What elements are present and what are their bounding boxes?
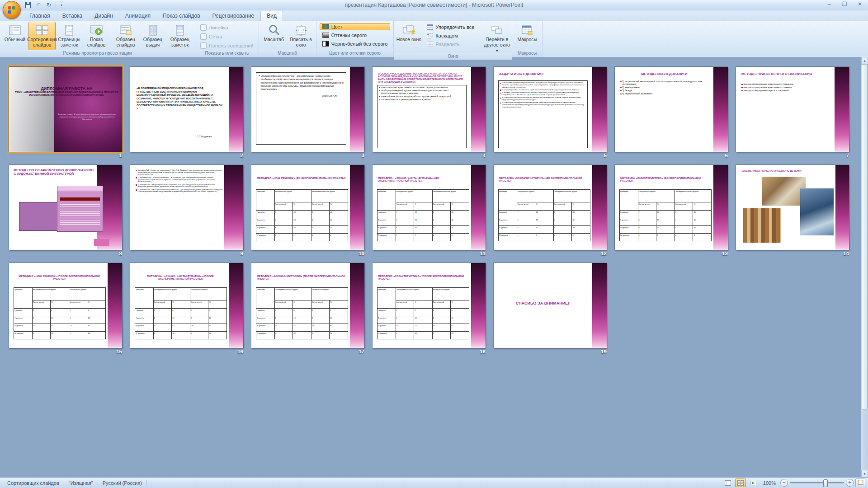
- color-mode-button[interactable]: Цвет: [320, 23, 391, 30]
- slide-thumbnail-16[interactable]: МЕТОДИКА - «СКАЖИ, КАК ТЫ ДУМАЕШЬ» (ПОСЛ…: [130, 263, 243, 348]
- handout-master-button[interactable]: Образец выдач: [139, 22, 166, 50]
- theme-gradient-band: [350, 165, 364, 250]
- slide-thumbnail-18[interactable]: МЕТОДИКА «ХАРАКТЕРИСТИКА» (ПОСЛЕ ЭКСПЕРИ…: [373, 263, 486, 348]
- slide-thumbnail-12[interactable]: МЕТОДИКА «ЗАКОНЧИ ИСТОРИЮ» (ДО ЭКСПЕРИМЕ…: [494, 165, 607, 250]
- black-white-button[interactable]: Черно-белый без серого: [320, 40, 391, 47]
- zoom-button[interactable]: Масштаб: [260, 22, 288, 50]
- theme-gradient-band: [835, 165, 849, 250]
- scrollbar-thumb[interactable]: [862, 64, 868, 410]
- theme-gradient-band: [350, 263, 364, 348]
- scroll-down-icon[interactable]: ▼: [861, 470, 868, 478]
- switch-windows-button[interactable]: Перейти в другое окно ▾: [483, 22, 510, 53]
- tab-design[interactable]: Дизайн: [89, 11, 118, 21]
- office-button[interactable]: [3, 1, 21, 19]
- bullet-marker-icon: [741, 90, 743, 92]
- scroll-up-icon[interactable]: ▲: [861, 57, 868, 65]
- bullet-marker-icon: [500, 93, 501, 94]
- slide-thumbnail-13[interactable]: МЕТОДИКА «ХАРАКТЕРИСТИКА» (ДО ЭКСПЕРИМЕН…: [615, 165, 728, 250]
- ruler-checkbox[interactable]: Линейка: [200, 24, 254, 31]
- tab-view[interactable]: Вид: [260, 11, 283, 21]
- undo-button[interactable]: ↶: [34, 1, 43, 9]
- grayscale-button[interactable]: Оттенки серого: [320, 32, 391, 39]
- redo-button[interactable]: ↻: [44, 1, 53, 9]
- quick-access-toolbar: ↶ ↻ ▾: [24, 0, 62, 9]
- slide-thumbnail-7[interactable]: МЕТОДЫ НРАВСТВЕННОГО ВОСПИТАНИЯ-методы ф…: [736, 67, 849, 152]
- theme-status[interactable]: "Изящная": [64, 480, 98, 486]
- save-button[interactable]: [24, 1, 33, 9]
- bullet-list: -методы формирования нравственного повед…: [741, 83, 828, 93]
- status-slideshow-button[interactable]: [748, 479, 759, 487]
- normal-view-icon: [9, 23, 21, 37]
- slide-thumbnail-19[interactable]: СПАСИБО ЗА ВНИМАНИЕ!: [494, 263, 607, 348]
- zoom-in-button[interactable]: +: [846, 479, 854, 487]
- zoom-out-button[interactable]: −: [780, 479, 788, 487]
- bullet-marker-icon: [620, 94, 622, 95]
- tab-review[interactable]: Рецензирование: [207, 11, 260, 21]
- ribbon-group-zoom: Масштаб Вписать в окно Масштаб: [259, 21, 316, 57]
- slide-thumbnail-2[interactable]: «В СОВРЕМЕННОЙ ПЕДАГОГИЧЕСКОЙ НАУКЕ ПОД …: [130, 67, 243, 152]
- slide-sorter-button[interactable]: Сортировщик слайдов: [28, 22, 56, 50]
- close-button[interactable]: ✕: [855, 1, 864, 7]
- cascade-icon: [427, 33, 433, 38]
- slide-thumbnail-9[interactable]: Методика №1 «Скажи, как ты думаешь?» (ав…: [130, 165, 243, 250]
- slide-thumbnail-3[interactable]: «Художественная литература - специфическ…: [251, 67, 364, 152]
- status-separator: [146, 480, 147, 486]
- tab-slideshow[interactable]: Показ слайдов: [157, 11, 206, 21]
- status-slide-sorter-button[interactable]: [735, 479, 746, 487]
- group-label: Масштаб: [259, 50, 316, 57]
- grid-checkbox[interactable]: Сетка: [200, 33, 254, 40]
- slide-title: МЕТОДИКА «НАШ РЕБЁНОК» (ДО ЭКСПЕРИМЕНТАЛ…: [257, 177, 346, 179]
- notes-master-button[interactable]: Образец заметок: [166, 22, 193, 50]
- slide-thumbnail-4[interactable]: В ОСНОВУ ИССЛЕДОВАНИЯ ПОЛОЖЕНА ГИПОТЕЗА,…: [373, 67, 486, 152]
- slide-sorter-canvas[interactable]: ДИПЛОМНАЯ РАБОТА НАТЕМУ: «НРАВСТВЕННОЕ В…: [0, 57, 868, 478]
- fit-slide-button[interactable]: [855, 479, 865, 487]
- slide-title: ЭКСПЕРИМЕНТАЛЬНАЯ РАБОТА С ДЕТЬМИ: [742, 169, 833, 173]
- slideshow-view-button[interactable]: Показ слайдов: [83, 22, 110, 50]
- slide-thumbnail-11[interactable]: МЕТОДИКА - «СКАЖИ, КАК ТЫ ДУМАЕШЬ» (ДО Э…: [373, 165, 486, 250]
- bullet-text: -учет специфики нравственного воспитания…: [381, 86, 448, 89]
- vertical-scrollbar[interactable]: ▲ ▼: [861, 57, 868, 478]
- bullet-text: 1.На основе психолого-педагогической и м…: [502, 82, 586, 88]
- zoom-slider-thumb[interactable]: [823, 479, 828, 487]
- slide-number: 6: [615, 153, 728, 158]
- slide-thumbnail-8[interactable]: МЕТОДЫ ПО ОЗНАКОМЛЕНИЮ ДОШКОЛЬНИКОВ С ХУ…: [9, 165, 122, 250]
- theme-gradient-band: [713, 165, 728, 250]
- slide-title: МЕТОДЫ НРАВСТВЕННОГО ВОСПИТАНИЯ: [741, 72, 829, 76]
- minimize-button[interactable]: ‒: [825, 1, 834, 7]
- notes-page-button[interactable]: Страницы заметок: [56, 22, 83, 50]
- arrange-all-button[interactable]: Упорядочить все: [424, 23, 477, 31]
- cascade-button[interactable]: Каскадом: [424, 32, 477, 39]
- slide-thumbnail-6[interactable]: МЕТОДЫ ИССЛЕДОВАНИЯ:1) теоретический ана…: [615, 67, 728, 152]
- slide-thumbnail-5[interactable]: ЗАДАЧИ ИССЛЕДОВАНИЯ:1.На основе психолог…: [494, 67, 607, 152]
- slide-master-button[interactable]: Образец слайдов: [112, 22, 139, 50]
- new-window-button[interactable]: Новое окно: [395, 22, 422, 53]
- tab-animation[interactable]: Анимация: [119, 11, 156, 21]
- split-button[interactable]: Разделить: [424, 41, 477, 48]
- slide-thumbnail-15[interactable]: МЕТОДИКА «НАШ РЕБЁНОК» (ПОСЛЕ ЭКСПЕРИМЕН…: [9, 263, 122, 348]
- zoom-slider[interactable]: [790, 482, 844, 483]
- bullet-item: -разнообразие форм и методов работы с ху…: [379, 95, 465, 98]
- slide-thumbnail-14[interactable]: ЭКСПЕРИМЕНТАЛЬНАЯ РАБОТА С ДЕТЬМИ: [736, 165, 849, 250]
- slide-thumbnail-10[interactable]: МЕТОДИКА «НАШ РЕБЁНОК» (ДО ЭКСПЕРИМЕНТАЛ…: [251, 165, 364, 250]
- bullet-marker-icon: [379, 87, 380, 89]
- language-status[interactable]: Русский (Россия): [98, 480, 146, 486]
- normal-view-button[interactable]: Обычный: [1, 22, 28, 50]
- slide-number: 9: [130, 251, 243, 256]
- message-bar-checkbox[interactable]: Панель сообщений: [200, 42, 254, 49]
- qat-dropdown-icon[interactable]: ▾: [61, 3, 62, 7]
- bullet-text: Методика №1 «Скажи, как ты думаешь?» (ав…: [138, 169, 223, 176]
- slide-thumbnail-17[interactable]: МЕТОДИКА «ЗАКОНЧИ ИСТОРИЮ» (ПОСЛЕ ЭКСПЕР…: [251, 263, 364, 348]
- tab-home[interactable]: Главная: [24, 11, 56, 21]
- bullet-item: Методика №1 «Скажи, как ты думаешь?» (ав…: [136, 169, 222, 176]
- zoom-level[interactable]: 100%: [760, 480, 778, 486]
- view-mode-status[interactable]: Сортировщик слайдов: [3, 480, 64, 486]
- bullet-text: 2.Охарактеризовать особенности нравствен…: [502, 89, 580, 91]
- status-normal-view-button[interactable]: [722, 479, 733, 487]
- macros-button[interactable]: Макросы: [514, 22, 541, 50]
- fit-to-window-button[interactable]: Вписать в окно: [288, 22, 315, 50]
- group-label: Показать или скрыть: [195, 50, 259, 57]
- bullet-item: -систематичность и целенаправленность в …: [379, 99, 465, 101]
- slide-thumbnail-1[interactable]: ДИПЛОМНАЯ РАБОТА НАТЕМУ: «НРАВСТВЕННОЕ В…: [9, 67, 122, 152]
- restore-button[interactable]: ❐: [840, 1, 849, 7]
- tab-insert[interactable]: Вставка: [57, 11, 89, 21]
